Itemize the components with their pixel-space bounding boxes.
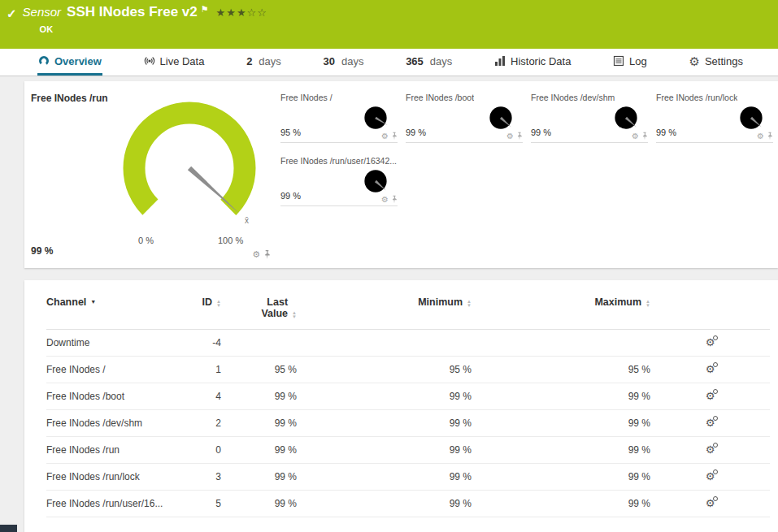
gauge-gear-icon[interactable]: ⚙: [252, 250, 260, 259]
main-gauge-title: Free INodes /run: [31, 93, 108, 104]
gauge-pin-icon[interactable]: [391, 195, 398, 204]
channel-minimum: 99 %: [297, 464, 472, 491]
sort-icon: ▲▼: [467, 300, 472, 308]
gauge-gear-icon[interactable]: ⚙: [381, 196, 389, 204]
small-gauge-value: 99 %: [280, 191, 301, 201]
gauge-dial: [482, 102, 519, 134]
tab-30-days-label: days: [341, 55, 363, 67]
tab-live-data-label: Live Data: [160, 55, 205, 67]
channel-last-value: 99 %: [221, 383, 297, 410]
small-gauge-title: Free INodes /run/lock: [656, 93, 737, 102]
channel-minimum: 99 %: [297, 437, 472, 464]
sensor-header: ✓ Sensor SSH INodes Free v2 ⚑ ★★★☆☆ OK: [0, 0, 778, 49]
channel-minimum: 99 %: [297, 491, 472, 517]
gauge-pin-icon[interactable]: [767, 132, 773, 141]
tab-overview[interactable]: Overview: [37, 49, 102, 76]
page-content: Free INodes /run 0 % 100 % x̄ 99 % ⚙ Fre…: [0, 76, 778, 532]
col-header-maximum[interactable]: Maximum▲▼: [472, 280, 650, 330]
tab-365-days[interactable]: 365 days: [405, 49, 453, 76]
tab-365-days-number: 365: [406, 55, 424, 67]
channel-last-value: 99 %: [221, 491, 297, 517]
channel-settings-gear-icon[interactable]: ⚙: [706, 498, 715, 508]
channel-id: -4: [176, 330, 221, 357]
channel-id: 3: [176, 464, 221, 491]
channel-id: 1: [176, 357, 221, 383]
channel-id: 5: [176, 491, 221, 517]
channel-settings-gear-icon[interactable]: ⚙: [706, 471, 715, 482]
col-header-channel-label: Channel: [46, 296, 86, 308]
gauge-pin-icon[interactable]: [391, 132, 398, 141]
tab-live-data[interactable]: Live Data: [143, 49, 206, 76]
tab-settings-label: Settings: [705, 55, 743, 67]
main-gauge-value: 99 %: [31, 245, 53, 257]
channel-id: 2: [176, 410, 221, 437]
small-gauge: Free INodes /run/user/16342... 99 % ⚙: [280, 156, 398, 206]
gauges-panel: Free INodes /run 0 % 100 % x̄ 99 % ⚙ Fre…: [24, 81, 778, 268]
col-header-actions: [650, 280, 770, 330]
channel-minimum: 99 %: [297, 383, 472, 410]
tab-settings[interactable]: ⚙ Settings: [689, 49, 744, 76]
sensor-status: OK: [40, 24, 267, 34]
small-gauge: Free INodes / 95 % ⚙: [280, 93, 398, 143]
channel-settings-gear-icon[interactable]: ⚙: [706, 337, 715, 348]
channel-settings-gear-icon[interactable]: ⚙: [706, 391, 715, 401]
tab-30-days-number: 30: [324, 55, 335, 67]
channel-settings-gear-icon[interactable]: ⚙: [706, 444, 715, 455]
col-header-id-label: ID: [202, 296, 213, 308]
col-header-maximum-label: Maximum: [594, 296, 641, 308]
table-row: Free INodes /run/lock 3 99 % 99 % 99 % ⚙: [46, 464, 770, 491]
sort-icon: ▲▼: [645, 300, 650, 308]
tab-historic-data-label: Historic Data: [511, 55, 571, 67]
channels-table: Channel▼ ID▲▼ Last Value▲▼ Minimum▲▼ Max…: [46, 280, 770, 517]
sensor-title: SSH INodes Free v2: [67, 4, 198, 20]
channel-settings-gear-icon[interactable]: ⚙: [706, 364, 715, 374]
gauge-gear-icon[interactable]: ⚙: [632, 132, 639, 141]
gauge-dial: [607, 102, 645, 134]
tab-overview-label: Overview: [54, 55, 102, 67]
object-kind-label: Sensor: [23, 5, 62, 19]
channel-settings-gear-icon[interactable]: ⚙: [706, 417, 715, 428]
main-gauge: Free INodes /run 0 % 100 % x̄ 99 % ⚙: [24, 81, 280, 268]
table-row: Free INodes /dev/shm 2 99 % 99 % 99 % ⚙: [46, 410, 770, 437]
tab-historic-data[interactable]: Historic Data: [493, 49, 572, 76]
table-row: Downtime -4 ⚙: [46, 330, 770, 357]
channel-name: Free INodes /: [46, 357, 176, 383]
gauge-dial: [357, 165, 394, 197]
channel-name: Free INodes /run: [46, 437, 176, 464]
tab-2-days[interactable]: 2 days: [246, 49, 282, 76]
tab-log-label: Log: [629, 55, 647, 67]
priority-stars[interactable]: ★★★☆☆: [216, 6, 267, 19]
channel-maximum: [472, 330, 650, 357]
gauge-pin-icon[interactable]: [263, 249, 271, 260]
tab-30-days[interactable]: 30 days: [323, 49, 365, 76]
priority-flag-icon[interactable]: ⚑: [201, 4, 209, 15]
status-check-icon: ✓: [7, 6, 17, 49]
table-header-row: Channel▼ ID▲▼ Last Value▲▼ Minimum▲▼ Max…: [46, 280, 770, 330]
channel-minimum: 95 %: [297, 357, 472, 383]
tab-log[interactable]: Log: [612, 49, 648, 76]
tab-2-days-label: days: [259, 55, 280, 67]
channel-id: 0: [176, 437, 221, 464]
table-row: Free INodes /boot 4 99 % 99 % 99 % ⚙: [46, 383, 770, 410]
col-header-id[interactable]: ID▲▼: [176, 280, 221, 330]
col-header-minimum[interactable]: Minimum▲▼: [297, 280, 472, 330]
col-header-channel[interactable]: Channel▼: [46, 280, 176, 330]
channels-panel: Channel▼ ID▲▼ Last Value▲▼ Minimum▲▼ Max…: [24, 280, 778, 532]
gauge-pin-icon[interactable]: [641, 132, 648, 141]
channel-name: Free INodes /run/lock: [46, 464, 176, 491]
small-gauge-value: 99 %: [656, 128, 676, 137]
gauge-pin-icon[interactable]: [516, 132, 523, 141]
tab-365-days-label: days: [430, 55, 452, 67]
channel-name: Free INodes /run/user/16...: [46, 491, 176, 517]
sort-icon: ▲▼: [292, 311, 297, 319]
gauge-gear-icon[interactable]: ⚙: [506, 132, 514, 141]
col-header-last-value[interactable]: Last Value▲▼: [221, 280, 297, 330]
gauge-gear-icon[interactable]: ⚙: [757, 132, 764, 141]
channel-last-value: 95 %: [221, 357, 297, 383]
small-gauge-title: Free INodes /: [280, 93, 332, 102]
small-gauge-value: 95 %: [280, 128, 301, 137]
small-gauge: Free INodes /dev/shm 99 % ⚙: [531, 93, 648, 143]
gauge-gear-icon[interactable]: ⚙: [381, 132, 389, 141]
corner-badge[interactable]: [0, 525, 17, 532]
channel-maximum: 99 %: [472, 464, 650, 491]
